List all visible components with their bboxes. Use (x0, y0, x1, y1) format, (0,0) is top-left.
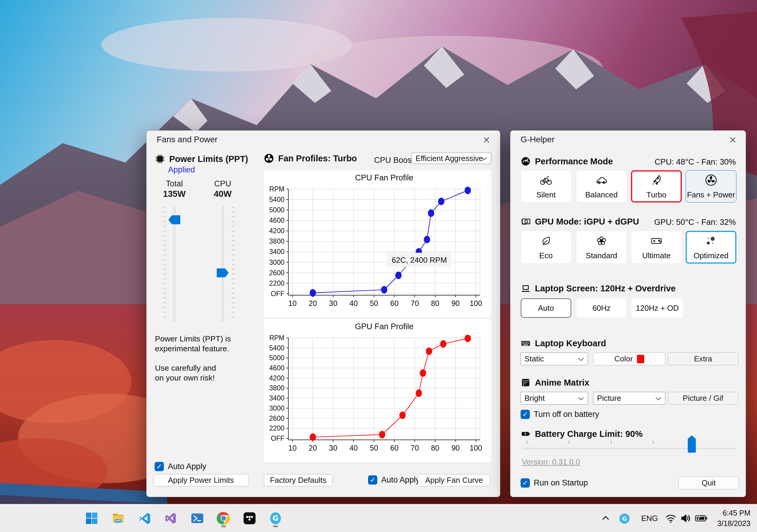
svg-text:GPU Fan Profile: GPU Fan Profile (355, 322, 414, 331)
total-slider-ticks (163, 207, 166, 320)
checkbox-checked-icon[interactable] (521, 478, 530, 488)
file-explorer-button[interactable] (108, 508, 128, 528)
battery-slider-track[interactable] (522, 448, 737, 449)
chrome-button[interactable] (214, 508, 233, 528)
perf-balanced-button[interactable]: Balanced (576, 170, 627, 203)
power-limits-note: Power Limits (PPT) is experimental featu… (155, 334, 231, 382)
matrix-battery-checkbox[interactable]: Turn off on battery (521, 410, 599, 419)
cpu-boost-dropdown[interactable]: Efficient Aggressive (411, 153, 491, 164)
svg-text:90: 90 (451, 444, 460, 452)
start-button[interactable] (82, 508, 102, 528)
perf-turbo-button[interactable]: Turbo (631, 170, 682, 203)
fan-icon (705, 174, 717, 187)
svg-text:60: 60 (390, 444, 399, 452)
checkbox-checked-icon[interactable] (368, 475, 377, 485)
gamepad-icon (650, 235, 663, 247)
cpu-slider-label: CPU (205, 179, 241, 188)
fans-window-titlebar[interactable]: Fans and Power (147, 131, 500, 148)
quit-button[interactable]: Quit (679, 477, 739, 490)
cpu-slider-ticks (232, 207, 235, 320)
ghelper-titlebar[interactable]: G-Helper (510, 131, 746, 148)
chrome-icon (217, 512, 230, 525)
checkbox-checked-icon[interactable] (521, 410, 530, 419)
powershell-button[interactable] (188, 508, 207, 528)
fans-power-button[interactable]: Fans + Power (686, 170, 737, 203)
gpu-standard-button[interactable]: Standard (576, 231, 627, 264)
fans-and-power-window: Fans and Power Power Limits (PPT) Applie… (146, 130, 500, 497)
svg-text:4200: 4200 (269, 374, 285, 382)
rocket-icon (650, 174, 663, 187)
svg-text:5400: 5400 (269, 344, 285, 352)
flower-icon (595, 235, 608, 247)
keyboard-color-button[interactable]: Color (593, 352, 665, 365)
screen-120hz-od-button[interactable]: 120Hz + OD (631, 298, 683, 318)
gpu-eco-button[interactable]: Eco (521, 231, 571, 264)
version-link[interactable]: Version: 0.31.0.0 (522, 458, 580, 467)
battery-slider-ticks (527, 441, 736, 444)
vscode-button[interactable] (135, 508, 155, 528)
svg-text:100: 100 (469, 299, 482, 307)
ghelper-tray-icon[interactable]: G (619, 513, 630, 524)
battery-limit-heading: Battery Charge Limit: 90% (521, 429, 643, 439)
visual-studio-button[interactable] (161, 508, 181, 528)
total-slider-handle[interactable] (168, 215, 180, 224)
clock[interactable]: 6:45 PM 3/18/2023 (717, 508, 750, 528)
keyboard-mode-dropdown[interactable]: Static (521, 352, 588, 365)
volume-icon[interactable] (680, 512, 692, 524)
matrix-picture-gif-button[interactable]: Picture / Gif (668, 392, 738, 405)
cpu-slider-handle[interactable] (217, 268, 229, 277)
fan-auto-apply-checkbox[interactable]: Auto Apply (368, 475, 420, 485)
svg-text:62C, 2400 RPM: 62C, 2400 RPM (392, 256, 447, 265)
svg-text:OFF: OFF (271, 290, 285, 297)
battery-slider-handle[interactable] (688, 435, 696, 453)
factory-defaults-button[interactable]: Factory Defaults (264, 474, 333, 486)
keyboard-extra-button[interactable]: Extra (668, 352, 738, 365)
svg-text:100: 100 (469, 444, 482, 452)
wifi-icon[interactable] (664, 512, 677, 524)
ghelper-taskbar-button[interactable]: G (266, 508, 286, 528)
close-icon[interactable] (482, 135, 491, 144)
chevron-up-icon[interactable] (601, 514, 611, 523)
screen-60hz-button[interactable]: 60Hz (576, 298, 627, 318)
close-icon[interactable] (728, 135, 737, 144)
svg-text:50: 50 (370, 444, 378, 452)
tidal-button[interactable] (240, 508, 259, 528)
svg-text:5000: 5000 (269, 354, 285, 362)
apply-fan-curve-button[interactable]: Apply Fan Curve (418, 474, 490, 486)
svg-text:5400: 5400 (269, 196, 285, 203)
svg-text:80: 80 (431, 444, 439, 452)
svg-text:CPU Fan Profile: CPU Fan Profile (355, 173, 413, 182)
gpu-optimized-button[interactable]: Optimized (686, 231, 737, 264)
svg-text:3000: 3000 (269, 405, 285, 412)
matrix-brightness-dropdown[interactable]: Bright (521, 392, 588, 405)
fans-window-title: Fans and Power (157, 135, 218, 144)
powershell-icon (191, 512, 204, 525)
svg-text:5000: 5000 (269, 206, 285, 214)
svg-text:20: 20 (309, 444, 317, 452)
svg-text:2600: 2600 (269, 269, 285, 277)
sparkle-gear-icon (705, 235, 717, 247)
perf-silent-button[interactable]: Silent (521, 170, 571, 203)
start-icon (85, 512, 98, 525)
svg-text:50: 50 (370, 299, 378, 307)
gpu-ultimate-button[interactable]: Ultimate (631, 231, 682, 264)
cpu-fan-chart[interactable]: 102030405060708090100OFF2200260030003400… (264, 170, 491, 317)
checkbox-checked-icon[interactable] (155, 462, 164, 471)
gpu-mode-heading: GPU Mode: iGPU + dGPU (521, 216, 639, 227)
matrix-mode-dropdown[interactable]: Picture (593, 392, 665, 405)
svg-text:90: 90 (451, 299, 460, 307)
bicycle-icon (539, 174, 553, 187)
screen-auto-button[interactable]: Auto (521, 298, 571, 318)
cpu-slider-track[interactable] (222, 206, 224, 321)
gpu-temp-fan-status: GPU: 50°C - Fan: 32% (654, 218, 736, 227)
run-on-startup-checkbox[interactable]: Run on Startup (521, 478, 588, 488)
apply-power-limits-button[interactable]: Apply Power Limits (153, 474, 248, 486)
gpu-fan-chart[interactable]: 102030405060708090100OFF2200260030003400… (264, 319, 491, 462)
svg-text:4200: 4200 (269, 227, 285, 235)
svg-text:RPM: RPM (269, 334, 285, 342)
power-auto-apply-checkbox[interactable]: Auto Apply (155, 462, 206, 471)
anime-matrix-heading: Anime Matrix (521, 378, 589, 388)
svg-text:3400: 3400 (269, 394, 285, 402)
language-indicator[interactable]: ENG (641, 514, 658, 523)
battery-icon[interactable] (694, 513, 708, 524)
